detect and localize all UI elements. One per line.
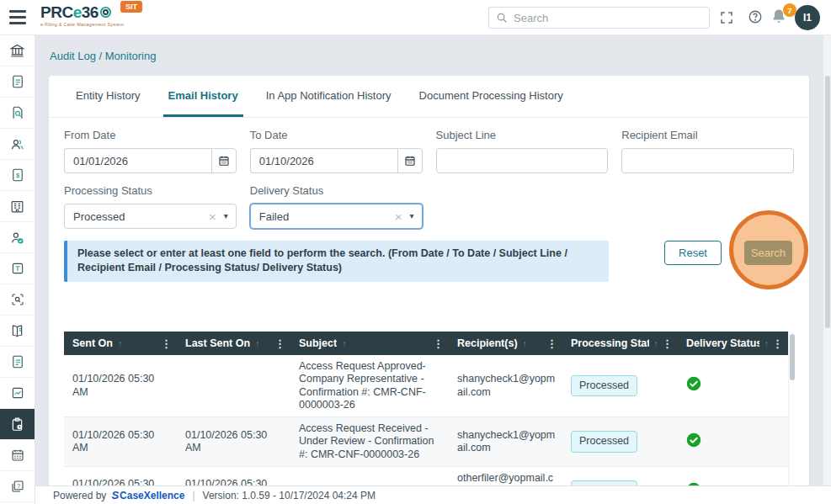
logo-text: PRC <box>40 4 73 20</box>
chevron-down-icon: ▾ <box>224 212 228 220</box>
sidebar-item-help[interactable]: ? <box>0 471 35 502</box>
from-date-calendar-button[interactable] <box>211 148 237 173</box>
col-processing-status[interactable]: Processing Status <box>571 337 649 349</box>
environment-badge: SIT <box>120 1 142 13</box>
from-date-input[interactable] <box>64 148 211 173</box>
table-scrollbar[interactable] <box>788 332 795 485</box>
reset-button[interactable]: Reset <box>664 241 722 265</box>
page-scrollbar[interactable] <box>823 35 831 485</box>
casexellence-s-icon: S <box>111 489 119 501</box>
sidebar-item-audit-log[interactable] <box>0 409 35 440</box>
delivery-status-select[interactable]: Failed × ▾ <box>250 204 423 229</box>
breadcrumb: Audit Log / Monitoring <box>50 50 156 62</box>
sidebar-item-templates[interactable] <box>0 253 35 284</box>
column-menu-icon[interactable]: ⋮ <box>271 337 285 350</box>
table-row[interactable]: 01/10/2026 05:30 AM Access Request Appro… <box>64 355 788 417</box>
delivery-status-label: Delivery Status <box>250 184 423 197</box>
logo-tagline: e-Filing & Case Management System <box>40 23 124 27</box>
help-icon[interactable] <box>748 9 763 24</box>
app-logo: PRCe36 e-Filing & Case Management System <box>40 4 124 27</box>
sidebar-item-user-approvals[interactable] <box>0 222 35 253</box>
table-scrollbar-thumb[interactable] <box>790 334 795 380</box>
calendar-icon <box>404 155 416 167</box>
sidebar-item-calendar[interactable] <box>0 440 35 471</box>
clear-selection-icon[interactable]: × <box>395 210 402 223</box>
app-header: PRCe36 e-Filing & Case Management System… <box>0 0 831 35</box>
subject-line-label: Subject Line <box>436 129 609 141</box>
processing-status-select[interactable]: Processed × ▾ <box>64 204 237 229</box>
sidebar-item-payments[interactable]: $ <box>0 160 35 191</box>
page-scrollbar-thumb[interactable] <box>825 76 830 328</box>
col-sent-on[interactable]: Sent On <box>72 337 113 349</box>
cell-last-sent-on: 01/10/2026 05:30 AM <box>177 417 290 467</box>
cell-sent-on: 01/10/2026 05:30 AM <box>64 466 177 485</box>
sidebar-item-reports[interactable] <box>0 378 35 409</box>
notifications-button[interactable]: 7 <box>770 8 791 28</box>
column-menu-icon[interactable]: ⋮ <box>429 337 444 350</box>
user-avatar[interactable]: I1 <box>795 5 820 30</box>
search-button[interactable]: Search <box>744 241 792 265</box>
tab-entity-history[interactable]: Entity History <box>71 76 146 117</box>
sort-asc-icon[interactable]: ↑ <box>523 338 528 348</box>
powered-by-label: Powered by <box>53 490 106 501</box>
document-search-icon <box>10 105 25 120</box>
sidebar-item-documents[interactable] <box>0 347 35 378</box>
processing-status-value: Processed <box>73 210 209 223</box>
search-input[interactable] <box>514 12 702 24</box>
recipient-email-input[interactable] <box>621 148 794 173</box>
sort-asc-icon[interactable]: ↑ <box>118 338 123 348</box>
subject-line-field: Subject Line <box>436 118 609 173</box>
email-history-table: Sent On↑⋮ Last Sent On↑⋮ Subject↑⋮ Recip… <box>64 332 795 485</box>
building-icon <box>9 199 25 215</box>
tab-in-app-notification-history[interactable]: In App Notification History <box>261 76 397 117</box>
sidebar-item-advanced-search[interactable] <box>0 284 35 316</box>
user-check-icon <box>9 230 25 246</box>
ledger-book-icon <box>9 323 25 339</box>
version-text: Version: 1.0.59 - 10/17/2024 04:24 PM <box>203 490 376 501</box>
column-menu-icon[interactable]: ⋮ <box>157 337 172 350</box>
users-icon <box>9 136 25 152</box>
status-badge: Processed <box>571 431 637 452</box>
footer-separator: | <box>192 490 194 501</box>
global-search[interactable] <box>488 7 710 29</box>
subject-line-input[interactable] <box>436 148 609 173</box>
to-date-calendar-button[interactable] <box>397 148 423 173</box>
sidebar-item-organizations[interactable] <box>0 191 35 222</box>
col-subject[interactable]: Subject <box>299 337 337 349</box>
sort-asc-icon[interactable]: ↑ <box>255 338 260 348</box>
svg-text:?: ? <box>17 483 20 489</box>
column-menu-icon[interactable]: ⋮ <box>658 337 673 350</box>
table-row[interactable]: 01/10/2026 05:30 AM 01/10/2026 05:30 AM … <box>64 466 788 485</box>
cell-sent-on: 01/10/2026 05:30 AM <box>64 417 177 467</box>
sidebar-item-users[interactable] <box>0 129 35 160</box>
main-content: Audit Log / Monitoring Entity History Em… <box>35 35 823 485</box>
col-last-sent-on[interactable]: Last Sent On <box>185 337 250 349</box>
cell-delivery-status <box>678 417 788 467</box>
table-row[interactable]: 01/10/2026 05:30 AM 01/10/2026 05:30 AM … <box>64 417 788 467</box>
col-recipients[interactable]: Recipient(s) <box>457 337 518 349</box>
sort-asc-icon[interactable]: ↑ <box>342 338 347 348</box>
col-delivery-status[interactable]: Delivery Status <box>686 337 759 349</box>
casexellence-brand: CaseXellence <box>120 490 184 501</box>
sidebar-item-ledger[interactable] <box>0 316 35 347</box>
cell-processing-status: Processed <box>562 466 678 485</box>
tab-email-history[interactable]: Email History <box>163 76 243 117</box>
column-menu-icon[interactable]: ⋮ <box>543 337 557 350</box>
tab-document-processing-history[interactable]: Document Processing History <box>414 76 568 117</box>
clear-selection-icon[interactable]: × <box>209 210 216 223</box>
processing-status-field: Processing Status Processed × ▾ <box>64 173 237 229</box>
chart-icon <box>10 385 25 401</box>
cell-delivery-status <box>678 355 788 417</box>
sidebar-item-filings[interactable] <box>0 66 35 98</box>
sidebar-item-institution[interactable] <box>0 35 35 66</box>
sidebar-nav: $ <box>0 35 35 504</box>
bank-icon <box>9 43 25 59</box>
fullscreen-icon[interactable] <box>719 10 734 25</box>
sidebar-item-case-search[interactable] <box>0 98 35 129</box>
email-history-panel: Entity History Email History In App Noti… <box>49 76 809 485</box>
hamburger-menu-icon[interactable] <box>9 10 26 24</box>
cell-subject: Access Request Approved-Company Represen… <box>290 355 449 417</box>
to-date-input[interactable] <box>250 148 397 173</box>
column-menu-icon[interactable]: ⋮ <box>769 337 783 350</box>
history-tabs: Entity History Email History In App Noti… <box>49 76 809 118</box>
